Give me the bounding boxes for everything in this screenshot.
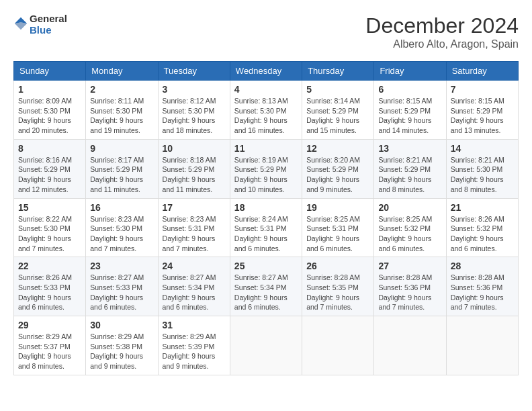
day-info: Sunrise: 8:14 AM Sunset: 5:29 PM Dayligh… [306,96,369,136]
calendar-week-row: 8Sunrise: 8:16 AM Sunset: 5:29 PM Daylig… [14,139,519,198]
day-number: 13 [378,143,441,154]
calendar-cell: 31Sunrise: 8:29 AM Sunset: 5:39 PM Dayli… [158,316,230,375]
calendar-cell: 19Sunrise: 8:25 AM Sunset: 5:31 PM Dayli… [302,198,374,257]
calendar-cell: 24Sunrise: 8:27 AM Sunset: 5:34 PM Dayli… [158,257,230,316]
calendar-cell: 3Sunrise: 8:12 AM Sunset: 5:30 PM Daylig… [158,81,230,140]
calendar-cell: 27Sunrise: 8:28 AM Sunset: 5:36 PM Dayli… [374,257,446,316]
day-info: Sunrise: 8:15 AM Sunset: 5:29 PM Dayligh… [378,96,441,136]
month-title: December 2024 [365,13,519,38]
day-info: Sunrise: 8:28 AM Sunset: 5:36 PM Dayligh… [378,273,441,312]
day-info: Sunrise: 8:21 AM Sunset: 5:29 PM Dayligh… [378,155,441,195]
calendar-cell: 17Sunrise: 8:23 AM Sunset: 5:31 PM Dayli… [158,198,230,257]
calendar-cell [446,316,518,375]
calendar-cell: 23Sunrise: 8:27 AM Sunset: 5:33 PM Dayli… [86,257,158,316]
weekday-header-friday: Friday [374,62,446,81]
day-info: Sunrise: 8:13 AM Sunset: 5:30 PM Dayligh… [234,96,298,136]
day-info: Sunrise: 8:18 AM Sunset: 5:29 PM Dayligh… [163,155,226,195]
calendar-cell: 8Sunrise: 8:16 AM Sunset: 5:29 PM Daylig… [14,139,86,198]
day-number: 6 [378,84,441,95]
day-info: Sunrise: 8:28 AM Sunset: 5:35 PM Dayligh… [306,273,369,312]
calendar-cell: 22Sunrise: 8:26 AM Sunset: 5:33 PM Dayli… [14,257,86,316]
day-number: 28 [451,261,514,271]
calendar-cell: 16Sunrise: 8:23 AM Sunset: 5:30 PM Dayli… [86,198,158,257]
day-info: Sunrise: 8:24 AM Sunset: 5:31 PM Dayligh… [234,214,298,254]
weekday-header-monday: Monday [86,62,158,81]
day-number: 3 [163,84,226,95]
calendar-cell: 26Sunrise: 8:28 AM Sunset: 5:35 PM Dayli… [302,257,374,316]
weekday-header-saturday: Saturday [446,62,518,81]
calendar-cell: 10Sunrise: 8:18 AM Sunset: 5:29 PM Dayli… [158,139,230,198]
day-info: Sunrise: 8:16 AM Sunset: 5:29 PM Dayligh… [18,155,81,195]
calendar-cell: 28Sunrise: 8:28 AM Sunset: 5:36 PM Dayli… [446,257,518,316]
calendar-week-row: 29Sunrise: 8:29 AM Sunset: 5:37 PM Dayli… [14,316,519,375]
day-number: 24 [163,261,226,271]
calendar-week-row: 15Sunrise: 8:22 AM Sunset: 5:30 PM Dayli… [14,198,519,257]
calendar-cell: 12Sunrise: 8:20 AM Sunset: 5:29 PM Dayli… [302,139,374,198]
day-info: Sunrise: 8:28 AM Sunset: 5:36 PM Dayligh… [451,273,514,312]
calendar-cell: 7Sunrise: 8:15 AM Sunset: 5:29 PM Daylig… [446,81,518,140]
day-info: Sunrise: 8:20 AM Sunset: 5:29 PM Dayligh… [306,155,369,195]
day-info: Sunrise: 8:25 AM Sunset: 5:31 PM Dayligh… [306,214,369,254]
calendar-cell: 21Sunrise: 8:26 AM Sunset: 5:32 PM Dayli… [446,198,518,257]
day-number: 12 [306,143,369,154]
weekday-header-wednesday: Wednesday [230,62,302,81]
calendar-cell: 4Sunrise: 8:13 AM Sunset: 5:30 PM Daylig… [230,81,302,140]
calendar-cell: 13Sunrise: 8:21 AM Sunset: 5:29 PM Dayli… [374,139,446,198]
day-info: Sunrise: 8:12 AM Sunset: 5:30 PM Dayligh… [163,96,226,136]
calendar-cell: 20Sunrise: 8:25 AM Sunset: 5:32 PM Dayli… [374,198,446,257]
day-info: Sunrise: 8:25 AM Sunset: 5:32 PM Dayligh… [378,214,441,254]
logo: General Blue [13,13,67,36]
calendar-cell [230,316,302,375]
day-info: Sunrise: 8:26 AM Sunset: 5:32 PM Dayligh… [451,214,514,254]
day-info: Sunrise: 8:27 AM Sunset: 5:33 PM Dayligh… [90,273,153,312]
weekday-header-sunday: Sunday [14,62,86,81]
calendar-cell: 14Sunrise: 8:21 AM Sunset: 5:30 PM Dayli… [446,139,518,198]
day-number: 20 [378,202,441,213]
calendar-cell: 6Sunrise: 8:15 AM Sunset: 5:29 PM Daylig… [374,81,446,140]
day-info: Sunrise: 8:22 AM Sunset: 5:30 PM Dayligh… [18,214,81,254]
svg-marker-1 [15,22,27,30]
day-number: 9 [90,143,153,154]
calendar-week-row: 22Sunrise: 8:26 AM Sunset: 5:33 PM Dayli… [14,257,519,316]
day-info: Sunrise: 8:26 AM Sunset: 5:33 PM Dayligh… [18,273,81,312]
day-number: 19 [306,202,369,213]
day-number: 15 [18,202,81,213]
day-info: Sunrise: 8:23 AM Sunset: 5:30 PM Dayligh… [90,214,153,254]
day-info: Sunrise: 8:23 AM Sunset: 5:31 PM Dayligh… [163,214,226,254]
calendar-cell: 5Sunrise: 8:14 AM Sunset: 5:29 PM Daylig… [302,81,374,140]
day-number: 26 [306,261,369,271]
calendar-cell: 30Sunrise: 8:29 AM Sunset: 5:38 PM Dayli… [86,316,158,375]
day-info: Sunrise: 8:21 AM Sunset: 5:30 PM Dayligh… [451,155,514,195]
day-number: 27 [378,261,441,271]
logo-icon [13,16,28,31]
day-info: Sunrise: 8:19 AM Sunset: 5:29 PM Dayligh… [234,155,298,195]
day-number: 7 [451,84,514,95]
day-info: Sunrise: 8:27 AM Sunset: 5:34 PM Dayligh… [234,273,298,312]
day-number: 21 [451,202,514,213]
day-number: 14 [451,143,514,154]
day-number: 4 [234,84,298,95]
day-number: 22 [18,261,81,271]
day-number: 18 [234,202,298,213]
day-number: 16 [90,202,153,213]
day-number: 29 [18,320,81,330]
calendar-cell [374,316,446,375]
calendar-week-row: 1Sunrise: 8:09 AM Sunset: 5:30 PM Daylig… [14,81,519,140]
calendar-cell: 1Sunrise: 8:09 AM Sunset: 5:30 PM Daylig… [14,81,86,140]
day-number: 5 [306,84,369,95]
calendar-cell: 11Sunrise: 8:19 AM Sunset: 5:29 PM Dayli… [230,139,302,198]
day-number: 17 [163,202,226,213]
weekday-header-row: SundayMondayTuesdayWednesdayThursdayFrid… [14,62,519,81]
day-info: Sunrise: 8:17 AM Sunset: 5:29 PM Dayligh… [90,155,153,195]
weekday-header-tuesday: Tuesday [158,62,230,81]
day-info: Sunrise: 8:11 AM Sunset: 5:30 PM Dayligh… [90,96,153,136]
day-number: 2 [90,84,153,95]
weekday-header-thursday: Thursday [302,62,374,81]
calendar-cell: 15Sunrise: 8:22 AM Sunset: 5:30 PM Dayli… [14,198,86,257]
logo-blue: Blue [30,25,67,36]
title-area: December 2024 Albero Alto, Aragon, Spain [365,13,519,50]
day-info: Sunrise: 8:29 AM Sunset: 5:39 PM Dayligh… [163,332,226,371]
day-info: Sunrise: 8:29 AM Sunset: 5:37 PM Dayligh… [18,332,81,371]
location-subtitle: Albero Alto, Aragon, Spain [365,38,519,50]
day-info: Sunrise: 8:29 AM Sunset: 5:38 PM Dayligh… [90,332,153,371]
